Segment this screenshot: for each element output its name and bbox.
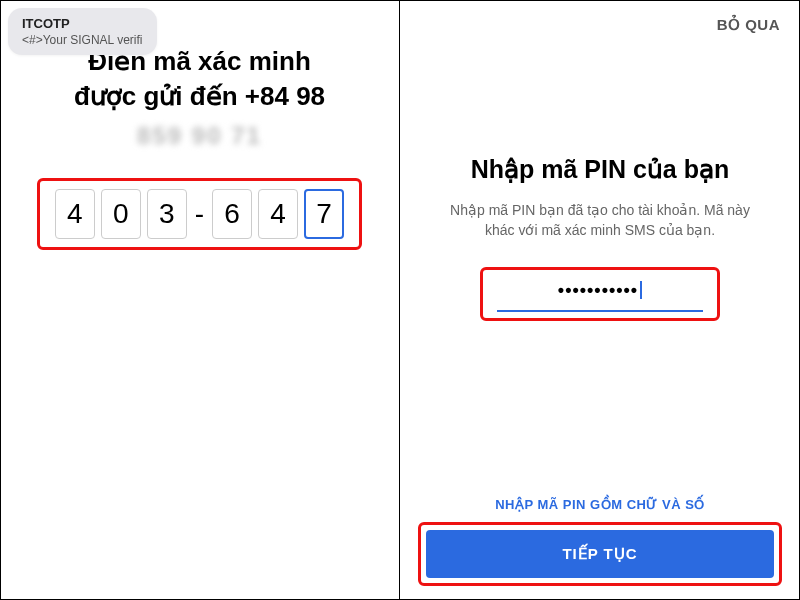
otp-digit-3[interactable]: 3 — [147, 189, 187, 239]
pin-input[interactable]: ••••••••••• — [497, 280, 703, 312]
pin-entry-screen: BỎ QUA Nhập mã PIN của bạn Nhập mã PIN b… — [400, 0, 800, 600]
pin-mask: ••••••••••• — [558, 280, 638, 301]
pin-heading: Nhập mã PIN của bạn — [400, 155, 800, 184]
otp-digit-6[interactable]: 7 — [304, 189, 344, 239]
notification-body: <#>Your SIGNAL verifi — [22, 33, 143, 47]
pin-subtext: Nhập mã PIN bạn đã tạo cho tài khoản. Mã… — [400, 200, 800, 241]
otp-separator: - — [193, 198, 206, 230]
phone-number-blurred: 859 90 71 — [0, 122, 399, 150]
alphanumeric-pin-link[interactable]: NHẬP MÃ PIN GỒM CHỮ VÀ SỐ — [400, 497, 800, 512]
verify-heading-line2: được gửi đến +84 98 — [74, 81, 325, 111]
continue-button[interactable]: TIẾP TỤC — [426, 530, 774, 578]
otp-digit-1[interactable]: 4 — [55, 189, 95, 239]
verification-code-screen: ITCOTP <#>Your SIGNAL verifi Điền mã xác… — [0, 0, 400, 600]
otp-digit-2[interactable]: 0 — [101, 189, 141, 239]
otp-digit-5[interactable]: 4 — [258, 189, 298, 239]
text-cursor-icon — [640, 281, 642, 299]
notification-title: ITCOTP — [22, 16, 143, 31]
continue-highlight: TIẾP TỤC — [418, 522, 782, 586]
otp-digit-4[interactable]: 6 — [212, 189, 252, 239]
pin-input-highlight: ••••••••••• — [480, 267, 720, 321]
sms-notification[interactable]: ITCOTP <#>Your SIGNAL verifi — [8, 8, 157, 55]
skip-button[interactable]: BỎ QUA — [717, 16, 780, 34]
otp-input-group[interactable]: 4 0 3 - 6 4 7 — [37, 178, 362, 250]
